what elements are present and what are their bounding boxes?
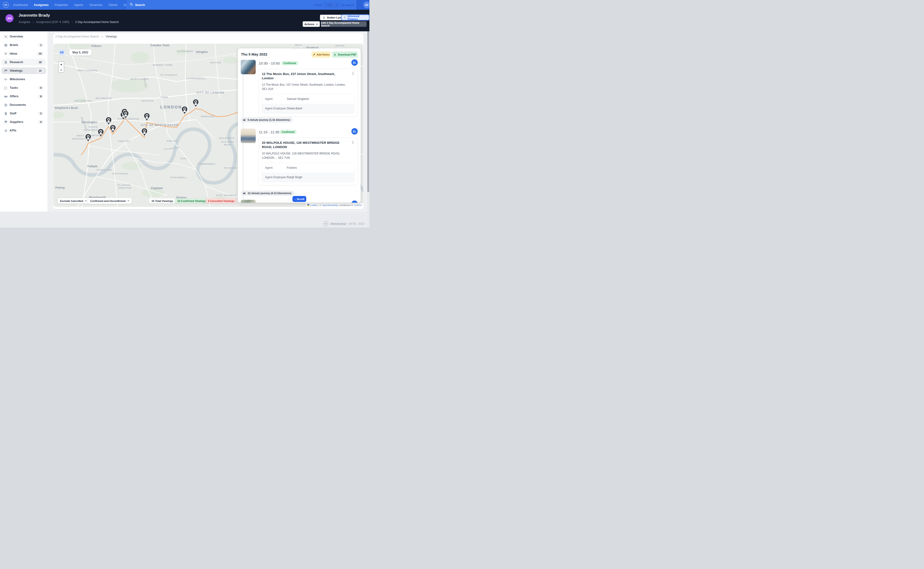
kebab-menu-icon[interactable]: ⋮ xyxy=(351,140,356,144)
consultant-avatar: EL xyxy=(351,201,358,202)
chevron-down-icon xyxy=(316,23,318,25)
assignee-name: Jeannette Brady xyxy=(18,13,50,18)
viewing-card[interactable]: ⋮ 12 The Music Box, 237 Union Street, So… xyxy=(259,69,358,117)
user-avatar[interactable]: SF xyxy=(363,2,369,8)
map-pin[interactable] xyxy=(192,99,199,108)
sidebar: OverviewBriefs1Ideas15Research18Viewings… xyxy=(0,31,47,211)
ctrl-k-keycap: CTRL + K xyxy=(324,3,340,7)
footer-version: (v0.9) - 2022 xyxy=(349,222,364,225)
kebab-menu-icon[interactable]: ⋮ xyxy=(351,72,356,75)
movewise-logo-icon[interactable] xyxy=(3,2,9,8)
content-breadcrumb: 2 Day Accompanied Home Search › Viewings xyxy=(55,35,117,38)
nav-link-tenancies[interactable]: Tenancies xyxy=(89,3,102,7)
car-icon xyxy=(242,118,246,122)
table-row: Agent Employee: Ranjit Singh xyxy=(262,172,354,182)
agent-employee-name: Ranjit Singh xyxy=(287,176,302,179)
sidebar-item-documents[interactable]: Documents xyxy=(2,102,46,108)
sidebar-item-offers[interactable]: Offers8 xyxy=(2,93,46,100)
count-badge: 0 xyxy=(38,120,44,124)
nav-link-agents[interactable]: Agents xyxy=(74,3,83,7)
agent-name: Samuel Singleton xyxy=(287,97,309,100)
sidebar-item-research[interactable]: Research18 xyxy=(2,59,46,65)
sidebar-item-ideas[interactable]: Ideas15 xyxy=(2,50,46,57)
staff-icon xyxy=(4,111,8,115)
agent-table: Agent: Foxtons Agent Employee: Ranjit Si… xyxy=(262,163,355,182)
map-pin[interactable] xyxy=(85,134,91,142)
map-pin[interactable] xyxy=(122,110,129,119)
confirmed-viewings-badge: 10 Confirmed Viewings xyxy=(175,198,209,203)
content-card: 2 Day Accompanied Home Search › Viewings xyxy=(53,33,363,209)
movewise-app: DashboardAssigneesPropertiesAgentsTenanc… xyxy=(0,0,369,228)
property-address: 12 The Music Box, 237 Union Street, Sout… xyxy=(262,82,347,91)
map-pin[interactable] xyxy=(110,125,116,133)
viewings-map[interactable]: KilburnCamden TownIslingtonBARNSBURYHOXT… xyxy=(53,44,363,207)
property-photo[interactable] xyxy=(241,200,256,202)
ideas-icon xyxy=(4,52,8,56)
chevron-right-icon: › xyxy=(102,35,102,38)
status-badge: Confirmed xyxy=(281,61,299,65)
sidebar-item-viewings[interactable]: Viewings15 xyxy=(2,67,46,74)
chevron-up-icon xyxy=(85,200,87,202)
filter-all-button[interactable]: All xyxy=(59,50,65,55)
property-title: 20 WALPOLE HOUSE, 126 WESTMINSTER BRIDGE… xyxy=(262,141,346,149)
chevron-up-icon xyxy=(127,200,130,202)
agent-employee-name: Shelia Baird xyxy=(287,107,302,110)
nav-link-assignees[interactable]: Assignees xyxy=(34,3,49,7)
map-zoom-control: + − xyxy=(58,61,64,73)
property-photo[interactable] xyxy=(241,129,256,143)
map-pin[interactable] xyxy=(143,113,150,121)
breadcrumb-assignment[interactable]: Assignment (ESP ✈ GBR) xyxy=(36,20,70,24)
sidebar-item-tasks[interactable]: Tasks0 xyxy=(2,84,46,91)
leaflet-link[interactable]: Leaflet xyxy=(310,204,317,207)
sidebar-item-kpis[interactable]: KPIs xyxy=(2,127,46,134)
carto-link[interactable]: CARTO xyxy=(354,204,362,207)
viewings-icon xyxy=(4,69,8,73)
property-photo[interactable] xyxy=(241,60,256,74)
date-filter-button[interactable]: May 5, 2022 xyxy=(69,49,91,56)
count-badge: 15 xyxy=(37,52,44,56)
table-row: Agent: Foxtons xyxy=(262,163,354,172)
sidebar-item-staff[interactable]: Staff2 xyxy=(2,110,46,117)
count-badge: 0 xyxy=(38,86,44,90)
cancelled-viewings-badge: 5 Cancelled Viewings xyxy=(206,198,237,203)
informed-finance-button[interactable]: Informed Finance xyxy=(341,14,369,20)
map-pin[interactable] xyxy=(105,117,112,125)
breadcrumb-parent[interactable]: 2 Day Accompanied Home Search xyxy=(55,35,99,38)
map-pin[interactable] xyxy=(141,128,148,137)
sidebar-item-briefs[interactable]: Briefs1 xyxy=(2,42,46,49)
nav-link-clients[interactable]: Clients xyxy=(108,3,117,7)
zoom-in-button[interactable]: + xyxy=(59,62,64,67)
total-viewings-badge: 15 Total Viewings xyxy=(149,198,175,203)
page-scrollbar-thumb[interactable] xyxy=(367,26,369,192)
sidebar-item-overview[interactable]: Overview xyxy=(2,33,46,40)
viewing-time: 11:15 - 11:35 xyxy=(259,130,279,134)
add-notes-button[interactable]: Add Notes xyxy=(311,52,331,58)
search-icon xyxy=(130,3,133,7)
sidebar-item-suppliers[interactable]: Suppliers0 xyxy=(2,119,46,125)
journey-info: 12 minute journey (4.12 kilometres) xyxy=(241,190,294,196)
consultant-avatar: EL xyxy=(351,59,358,66)
scroll-button[interactable]: ↓ Scroll xyxy=(293,196,306,202)
property-address: 20 WALPOLE HOUSE, 126 WESTMINSTER BRIDGE… xyxy=(262,151,347,160)
confirmed-unconfirmed-dropdown[interactable]: Confirmed and Unconfirmed xyxy=(88,198,132,204)
breadcrumb-assignee[interactable]: Assignee xyxy=(18,20,30,24)
zoom-out-button[interactable]: − xyxy=(59,67,64,72)
actions-button[interactable]: Actions xyxy=(303,21,320,27)
count-badge: 18 xyxy=(37,60,44,64)
agent-name: Foxtons xyxy=(287,166,297,169)
viewing-card[interactable]: ⋮ 20 WALPOLE HOUSE, 126 WESTMINSTER BRID… xyxy=(259,138,358,185)
map-pin[interactable] xyxy=(98,129,104,137)
tasks-icon xyxy=(4,86,8,90)
sidebar-item-milestones[interactable]: Milestones xyxy=(2,76,46,82)
download-pdf-button[interactable]: Download PDF xyxy=(332,52,358,58)
nav-link-properties[interactable]: Properties xyxy=(55,3,68,7)
top-nav: DashboardAssigneesPropertiesAgentsTenanc… xyxy=(0,0,369,10)
research-icon xyxy=(4,60,8,64)
nav-link-dashboard[interactable]: Dashboard xyxy=(13,3,28,7)
exclude-cancelled-dropdown[interactable]: Exclude Cancelled xyxy=(58,198,89,204)
edit-home-search-button[interactable]: Edit 2 Day Accompanied Home Search xyxy=(321,21,367,27)
map-pin[interactable] xyxy=(181,106,188,115)
global-search[interactable]: Search Press CTRL + K to search xyxy=(127,0,356,10)
openstreetmap-link[interactable]: OpenStreetMap xyxy=(322,204,338,207)
breadcrumb-current: 2 Day Accompanied Home Search xyxy=(75,20,119,24)
